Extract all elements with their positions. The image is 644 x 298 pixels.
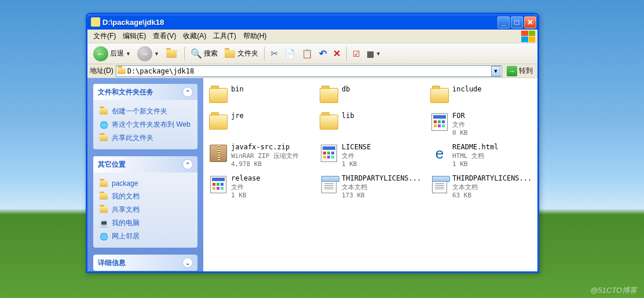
paste-icon: 📋 [302,49,313,59]
file-name: FOR [452,112,468,121]
other-my-docs[interactable]: 我的文档 [99,190,192,203]
cut-button[interactable]: ✂ [268,46,280,62]
file-type: HTML 文档 [452,152,498,160]
file-item-include[interactable]: include [428,84,534,107]
delete-button[interactable]: ✕ [331,46,343,62]
folders-button[interactable]: 文件夹 [222,46,261,62]
file-name: include [452,85,482,94]
file-name: release [231,174,261,183]
tasks-title: 文件和文件夹任务 [98,87,153,97]
search-icon: 🔍 [191,48,202,59]
file-type: 文件 [231,183,261,192]
file-size: 173 KB [342,192,421,200]
go-label: 转到 [519,66,533,76]
file-item-bin[interactable]: bin [207,84,313,107]
zip-icon [210,145,227,162]
other-label: package [112,179,138,187]
separator [346,47,347,61]
address-input[interactable]: D:\package\jdk18 ▼ [116,65,502,77]
file-size: 63 KB [452,192,532,200]
other-shared-docs[interactable]: 共享文档 [99,203,192,216]
menu-help[interactable]: 帮助(H) [240,30,270,42]
back-button[interactable]: ← 后退 ▼ [91,46,133,62]
copy-button[interactable]: 📄 [282,46,298,62]
file-name: README.html [452,143,498,152]
file-item-jre[interactable]: jre [207,111,313,138]
text-icon [432,176,447,193]
properties-button[interactable]: ☑ [350,46,363,62]
file-name: THIRDPARTYLICENS... [452,174,532,183]
file-item-thirdparty2[interactable]: THIRDPARTYLICENS... 文本文档 63 KB [428,173,534,201]
task-publish-web[interactable]: 🌐 将这个文件夹发布到 Web [99,118,192,131]
tasks-panel-header[interactable]: 文件和文件夹任务 ⌃ [93,84,197,100]
file-list[interactable]: bin db include jre lib [203,78,537,271]
other-label: 网上邻居 [112,231,140,241]
undo-button[interactable]: ↶ [317,46,329,62]
undo-icon: ↶ [319,48,327,59]
file-name: javafx-src.zip [231,143,299,152]
chevron-up-icon: ⌃ [182,87,193,97]
file-type: 文件 [342,152,371,160]
search-button[interactable]: 🔍 搜索 [188,46,220,62]
minimize-button[interactable]: _ [497,16,510,28]
check-icon: ☑ [353,49,360,58]
other-network[interactable]: 🌐 网上邻居 [99,230,192,243]
file-item-lib[interactable]: lib [317,111,423,138]
forward-button[interactable]: → ▼ [135,46,162,62]
other-panel-header[interactable]: 其它位置 ⌃ [93,156,197,172]
file-name: THIRDPARTYLICENS... [342,174,421,183]
file-item-thirdparty1[interactable]: THIRDPARTYLICENS... 文本文档 173 KB [317,173,423,201]
paste-button[interactable]: 📋 [299,46,315,62]
file-type: 文本文档 [452,183,532,192]
file-size: 1 KB [231,192,261,200]
separator [264,47,265,61]
menu-edit[interactable]: 编辑(E) [119,30,149,42]
file-item-for[interactable]: FOR 文件 0 KB [428,111,534,138]
task-label: 共享此文件夹 [112,133,153,143]
titlebar[interactable]: D:\package\jdk18 _ □ ✕ [87,14,537,30]
go-arrow-icon: → [507,66,517,76]
menu-view[interactable]: 查看(V) [149,30,180,42]
file-icon [431,113,448,131]
other-parent[interactable]: package [99,177,192,190]
file-type: 文本文档 [342,183,421,192]
chevron-down-icon: ⌄ [182,257,193,268]
file-name: jre [231,112,244,121]
views-button[interactable]: ▦ ▼ [364,46,383,62]
other-my-computer[interactable]: 💻 我的电脑 [99,216,192,230]
other-places-panel: 其它位置 ⌃ package 我的文档 共享文档 [93,156,197,248]
file-size: 1 KB [452,160,498,168]
maximize-button[interactable]: □ [511,16,523,28]
file-item-license[interactable]: LICENSE 文件 1 KB [317,142,423,170]
folder-icon [209,115,228,130]
other-label: 我的电脑 [112,218,140,228]
dropdown-icon: ▼ [376,51,381,57]
file-icon [210,176,226,193]
file-item-release[interactable]: release 文件 1 KB [207,173,313,201]
window-title: D:\package\jdk18 [103,18,497,27]
close-button[interactable]: ✕ [524,16,536,28]
views-icon: ▦ [367,49,374,58]
network-icon: 🌐 [99,232,108,241]
menubar: 文件(F) 编辑(E) 查看(V) 收藏(A) 工具(T) 帮助(H) [87,30,537,43]
file-item-readme[interactable]: e README.html HTML 文档 1 KB [428,142,534,170]
dropdown-icon: ▼ [154,51,159,57]
menu-favorites[interactable]: 收藏(A) [180,30,210,42]
menu-tools[interactable]: 工具(T) [210,30,239,42]
explorer-window: D:\package\jdk18 _ □ ✕ 文件(F) 编辑(E) 查看(V)… [86,13,539,273]
folder-icon [430,88,449,103]
task-share[interactable]: 共享此文件夹 [99,131,192,145]
file-item-db[interactable]: db [317,84,423,107]
up-button[interactable]: ↑ [163,46,181,62]
task-label: 将这个文件夹发布到 Web [112,120,191,130]
file-type: 文件 [452,121,468,129]
file-item-javafx[interactable]: javafx-src.zip WinRAR ZIP 压缩文件 4,978 KB [207,142,313,170]
address-dropdown-icon[interactable]: ▼ [491,66,500,76]
folder-icon [91,17,100,27]
menu-file[interactable]: 文件(F) [90,30,119,42]
file-icon [321,145,337,162]
details-panel-header[interactable]: 详细信息 ⌄ [93,255,197,271]
go-button[interactable]: → 转到 [504,66,535,76]
task-new-folder[interactable]: 创建一个新文件夹 [99,105,192,118]
separator [184,47,185,61]
